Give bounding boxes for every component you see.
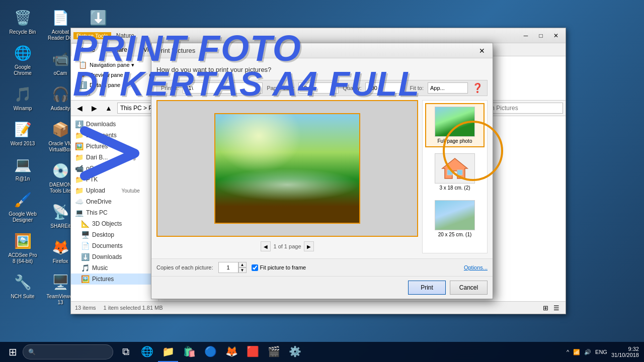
nch-suite-icon: 🔧	[13, 272, 33, 292]
spin-down-button[interactable]: ▼	[238, 267, 247, 273]
fit-checkbox-label[interactable]: Fit picture to frame	[252, 264, 306, 271]
taskbar-task-view[interactable]: ⧉	[116, 342, 136, 362]
fit-input[interactable]	[428, 82, 468, 94]
sidebar-item-documents-2[interactable]: 📄 Documents	[71, 240, 158, 251]
audacity-label: Audacity	[51, 106, 70, 112]
layout-3x18[interactable]: 3 x 18 cm. (2)	[425, 150, 485, 194]
dialog-title-text: Print Pictures	[156, 47, 476, 54]
cancel-button[interactable]: Cancel	[450, 281, 488, 295]
desktop-icon-winamp[interactable]: 🎵 Winamp	[5, 81, 40, 114]
sidebar: ⬇️ Downloads 📁 Documents 🖼️ Pictures 📁 D…	[71, 116, 159, 301]
acdsee-label: ACDSee Pro 8 (64-bit)	[8, 252, 38, 264]
date-display: 31/10/2018	[611, 352, 639, 358]
forward-button[interactable]: ▶	[88, 102, 100, 114]
tray-expand[interactable]: ^	[567, 349, 569, 355]
sidebar-item-this-pc[interactable]: 💻 This PC	[71, 207, 158, 218]
paper-size-input[interactable]	[298, 82, 339, 94]
details-pane-label: Details pane	[90, 82, 120, 88]
tab-share[interactable]: Share	[103, 43, 135, 56]
copies-spinner: ▲ ▼	[218, 262, 247, 273]
sidebar-item-dari-b[interactable]: 📁 Dari B... Nining	[71, 152, 158, 163]
quality-input[interactable]	[365, 82, 406, 94]
status-bar: 13 items 1 item selected 1.81 MB ⊞ ☰	[71, 301, 566, 314]
desktop-icon-recycle-bin[interactable]: 🗑️ Recycle Bin	[5, 5, 40, 38]
back-button[interactable]: ◀	[73, 102, 86, 114]
fit-checkbox[interactable]	[252, 264, 258, 271]
desktop-icon-r1n[interactable]: 💻 R@1n	[5, 152, 40, 185]
preview-pane-icon: 👁️	[78, 71, 87, 79]
page-navigation: ◀ 1 of 1 page ▶	[156, 239, 418, 253]
sidebar-item-ocam[interactable]: 📹 oCam	[71, 163, 158, 174]
desktop-icon-nch-suite[interactable]: 🔧 NCH Suite	[5, 269, 40, 302]
print-button[interactable]: Print	[408, 281, 446, 295]
window-controls: ─ □ ✕	[519, 30, 563, 41]
desktop-icon-acdsee[interactable]: 🖼️ ACDSee Pro 8 (64-bit)	[5, 228, 40, 267]
maximize-button[interactable]: □	[534, 30, 548, 41]
sidebar-item-downloads-1[interactable]: ⬇️ Downloads	[71, 119, 158, 130]
dialog-footer: Print Cancel	[151, 276, 493, 299]
dialog-close-button[interactable]: ✕	[476, 45, 488, 56]
desktop-icon-google-web-designer[interactable]: 🖌️ Google Web Designer	[5, 187, 40, 226]
dari-b-icon: 📁	[75, 153, 84, 161]
help-icon[interactable]: ❓	[472, 82, 483, 94]
printer-select[interactable]	[183, 82, 263, 94]
close-button[interactable]: ✕	[549, 30, 563, 41]
taskbar-search-box[interactable]: 🔍	[23, 344, 113, 359]
preview-flowers	[215, 168, 359, 201]
large-icons-view[interactable]: ⊞	[540, 303, 550, 313]
layout-thumb-house	[435, 153, 475, 184]
music-icon: 🎵	[81, 264, 90, 272]
selected-info: 1 item selected 1.81 MB	[104, 305, 163, 311]
sidebar-item-pictures-1[interactable]: 🖼️ Pictures	[71, 141, 158, 152]
taskbar-chrome[interactable]: 🔵	[200, 342, 220, 362]
documents-icon-2: 📄	[81, 242, 90, 250]
sidebar-downloads-label-1: Downloads	[86, 121, 154, 128]
sidebar-item-music[interactable]: 🎵 Music	[71, 262, 158, 274]
desktop-icon-word-2013[interactable]: 📝 Word 2013	[5, 117, 40, 149]
shareit-label: SHAREit	[50, 223, 70, 229]
options-link[interactable]: Options...	[464, 264, 488, 270]
taskbar-file-explorer[interactable]: 📁	[158, 342, 178, 362]
documents-icon: 📁	[75, 131, 84, 139]
next-page-button[interactable]: ▶	[304, 241, 314, 251]
start-button[interactable]: ⊞	[3, 342, 23, 362]
audacity-icon: 🎧	[50, 84, 70, 104]
sidebar-item-onedrive[interactable]: ☁️ OneDrive	[71, 196, 158, 207]
dialog-main-content: ◀ 1 of 1 page ▶ Full page photo	[156, 100, 488, 253]
recycle-bin-icon: 🗑️	[13, 8, 33, 28]
fit-label-row: Fit to:	[410, 85, 424, 91]
navigation-pane-button[interactable]: 📋 Navigation pane ▾	[76, 60, 137, 70]
layout-full-page[interactable]: Full page photo	[425, 103, 485, 147]
word-2013-label: Word 2013	[11, 141, 35, 147]
taskbar-store[interactable]: 🛍️	[179, 342, 199, 362]
taskbar-firefox[interactable]: 🦊	[221, 342, 242, 362]
winamp-icon: 🎵	[13, 84, 33, 104]
layout-thumb-20x25	[435, 200, 475, 230]
desktop-icon-google-chrome[interactable]: 🌐 Google Chrome	[5, 40, 40, 79]
sidebar-item-upload[interactable]: 📁 Upload Youtube	[71, 185, 158, 196]
tray-time: 9:32 31/10/2018	[611, 346, 639, 358]
up-button[interactable]: ▲	[103, 102, 115, 114]
quality-label: Quality:	[343, 85, 361, 91]
taskbar-settings[interactable]: ⚙️	[285, 342, 305, 362]
sidebar-dari-b-label: Dari B...	[86, 154, 119, 161]
copies-input[interactable]	[218, 262, 238, 273]
sidebar-item-downloads-2[interactable]: ⬇️ Downloads	[71, 251, 158, 262]
sidebar-item-3d-objects[interactable]: 📐 3D Objects	[71, 218, 158, 229]
sidebar-item-pictures-2[interactable]: 🖼️ Pictures	[71, 274, 158, 285]
taskbar-video[interactable]: 🎬	[264, 342, 284, 362]
details-pane-button[interactable]: ℹ️ Details pane	[76, 80, 137, 90]
sidebar-pictures-label-1: Pictures	[86, 143, 154, 150]
prev-page-button[interactable]: ◀	[261, 241, 271, 251]
sidebar-item-desktop[interactable]: 🖥️ Desktop	[71, 229, 158, 240]
minimize-button[interactable]: ─	[519, 30, 533, 41]
tab-home[interactable]: Home	[71, 43, 103, 56]
taskbar-app-red[interactable]: 🟥	[243, 342, 263, 362]
spin-up-button[interactable]: ▲	[238, 262, 247, 267]
sidebar-item-ptk[interactable]: 📁 PTK	[71, 174, 158, 185]
sidebar-item-documents[interactable]: 📁 Documents	[71, 130, 158, 141]
taskbar-edge[interactable]: 🌐	[137, 342, 157, 362]
preview-pane-button[interactable]: 👁️ Preview pane	[76, 70, 137, 80]
layout-20x25[interactable]: 20 x 25 cm. (1)	[425, 197, 485, 241]
details-view[interactable]: ☰	[551, 303, 561, 313]
